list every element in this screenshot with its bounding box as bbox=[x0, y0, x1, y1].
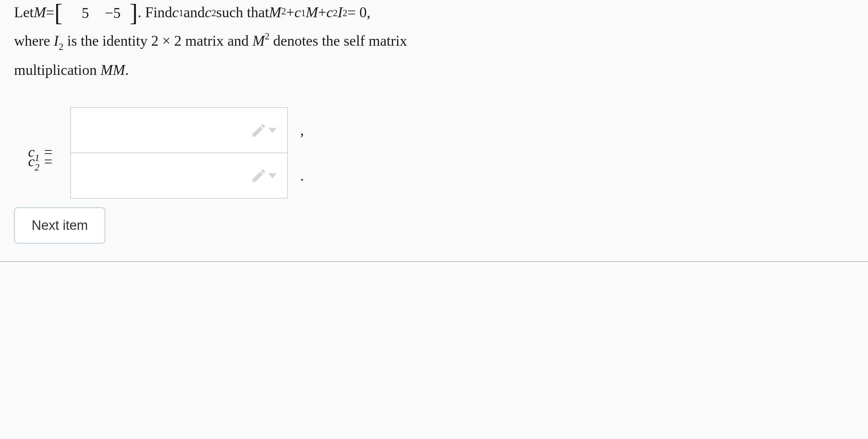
text-let: Let bbox=[14, 1, 34, 24]
eq-I: I bbox=[338, 1, 343, 24]
problem-line-1: Let M = [ 5 −5 ] . Find c1 and c2 such t… bbox=[14, 0, 854, 25]
eq-c1: c bbox=[294, 1, 301, 24]
c1-suffix: , bbox=[300, 122, 304, 138]
chevron-down-icon bbox=[268, 173, 277, 178]
pencil-dropdown-icon[interactable] bbox=[250, 122, 277, 139]
problem-line-2: where I2 is the identity 2 × 2 matrix an… bbox=[14, 28, 854, 54]
eq-plus: + bbox=[286, 1, 295, 24]
eq-sub-2: 2 bbox=[333, 6, 338, 21]
eq-M2: M bbox=[306, 1, 318, 24]
next-item-button[interactable]: Next item bbox=[14, 207, 105, 244]
divider bbox=[0, 261, 868, 262]
var-M: M bbox=[34, 1, 46, 24]
period: . bbox=[125, 62, 129, 78]
eq-c2: c bbox=[326, 1, 333, 24]
c1-eq: = bbox=[39, 144, 53, 160]
pencil-dropdown-icon[interactable] bbox=[250, 167, 277, 184]
text-where: where bbox=[14, 33, 54, 49]
eq-plus-2: + bbox=[318, 1, 327, 24]
sub-1: 1 bbox=[179, 6, 184, 21]
eq-M: M bbox=[269, 1, 281, 24]
pencil-icon bbox=[250, 122, 267, 139]
matrix-cell: −5 bbox=[103, 1, 120, 25]
text-find: . Find bbox=[138, 1, 172, 24]
chevron-down-icon bbox=[268, 128, 277, 133]
input-group bbox=[70, 107, 288, 199]
sub-I2: 2 bbox=[59, 41, 64, 52]
c1-label: c1 = bbox=[28, 143, 63, 162]
text-suchthat: such that bbox=[216, 1, 269, 24]
bracket-right-icon: ] bbox=[130, 3, 138, 23]
var-MM: MM bbox=[100, 62, 125, 78]
equals-sign: = bbox=[46, 1, 54, 24]
eq-Isub: 2 bbox=[343, 6, 348, 21]
sup-M2: 2 bbox=[265, 31, 270, 41]
eq-rhs: = 0, bbox=[347, 1, 370, 24]
answer-row-c1: c1 = , . bbox=[28, 107, 854, 199]
problem-line-3: multiplication MM. bbox=[14, 58, 854, 83]
matrix: [ 5 −5 ] bbox=[54, 0, 138, 25]
bracket-left-icon: [ bbox=[54, 3, 63, 23]
text-denotes: denotes the self matrix bbox=[270, 33, 407, 49]
var-I2: I bbox=[54, 33, 59, 49]
sub-2: 2 bbox=[211, 6, 216, 21]
c2-suffix: . bbox=[300, 167, 304, 184]
text-multiplication: multiplication bbox=[14, 62, 100, 78]
answer-section: c1 = , . bbox=[28, 107, 854, 172]
c1-sub: 1 bbox=[35, 153, 40, 163]
matrix-cell: 5 bbox=[71, 1, 89, 25]
c2-input[interactable] bbox=[70, 153, 288, 199]
pencil-icon bbox=[250, 167, 267, 184]
text-identity: is the identity 2 × 2 matrix and bbox=[64, 33, 252, 49]
eq-sup-2: 2 bbox=[281, 4, 286, 19]
eq-sub-1: 1 bbox=[301, 6, 306, 21]
text-and: and bbox=[184, 1, 205, 24]
c1-var: c bbox=[28, 144, 35, 160]
var-c2: c bbox=[205, 1, 211, 24]
c1-input[interactable] bbox=[70, 107, 288, 153]
var-c1: c bbox=[172, 1, 179, 24]
var-M2: M bbox=[252, 33, 265, 49]
